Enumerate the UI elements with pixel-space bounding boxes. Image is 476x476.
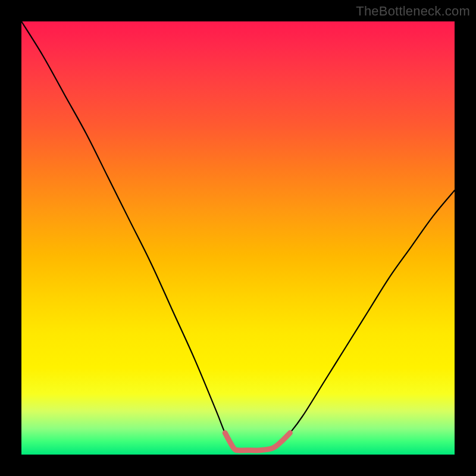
plot-area bbox=[21, 21, 455, 455]
bottleneck-curve bbox=[21, 21, 455, 450]
chart-svg bbox=[21, 21, 455, 455]
chart-frame: TheBottleneck.com bbox=[0, 0, 476, 476]
sweet-spot-band bbox=[225, 433, 290, 450]
watermark-label: TheBottleneck.com bbox=[356, 4, 470, 19]
